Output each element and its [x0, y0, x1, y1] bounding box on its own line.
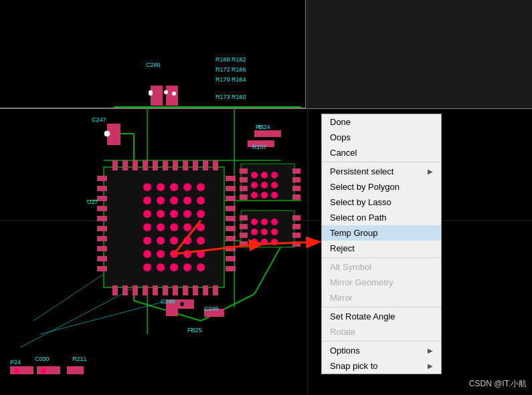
- menu-item-select-path[interactable]: Select on Path: [322, 210, 441, 225]
- svg-rect-117: [292, 194, 300, 200]
- svg-rect-50: [213, 160, 218, 170]
- svg-rect-40: [112, 160, 118, 170]
- svg-rect-49: [203, 160, 208, 170]
- submenu-arrow-icon: ▶: [428, 347, 433, 354]
- svg-point-95: [183, 263, 191, 271]
- menu-item-set-rotate[interactable]: Set Rotate Angle: [322, 309, 441, 324]
- svg-rect-22: [97, 196, 107, 201]
- svg-point-137: [261, 219, 268, 225]
- svg-point-67: [143, 196, 151, 205]
- menu-item-mirror: Mirror: [322, 290, 441, 305]
- svg-point-93: [157, 263, 165, 271]
- svg-rect-162: [10, 366, 33, 374]
- svg-point-72: [143, 210, 151, 218]
- svg-rect-127: [241, 211, 294, 247]
- svg-text:FB25: FB25: [187, 327, 202, 334]
- svg-line-14: [40, 301, 167, 334]
- svg-rect-114: [292, 168, 300, 174]
- svg-rect-43: [143, 160, 148, 170]
- svg-point-82: [143, 237, 151, 245]
- svg-rect-53: [132, 285, 138, 295]
- svg-rect-26: [97, 236, 107, 241]
- menu-item-label: Select by Polygon: [330, 182, 400, 192]
- menu-item-label: Rotate: [330, 327, 355, 337]
- svg-text:C247: C247: [92, 116, 106, 123]
- svg-text:C249: C249: [204, 305, 219, 312]
- svg-text:P24: P24: [10, 359, 21, 366]
- menu-item-label: Done: [330, 117, 351, 127]
- menu-item-oops[interactable]: Oops: [322, 130, 441, 145]
- svg-point-118: [251, 172, 258, 178]
- svg-point-146: [180, 302, 184, 306]
- svg-rect-110: [240, 168, 248, 174]
- submenu-arrow-icon: ▶: [428, 168, 433, 175]
- svg-rect-35: [226, 226, 236, 231]
- svg-point-66: [197, 183, 205, 191]
- svg-point-76: [197, 210, 205, 218]
- svg-point-69: [170, 196, 178, 205]
- svg-point-70: [183, 196, 191, 205]
- svg-rect-23: [97, 206, 107, 211]
- submenu-arrow-icon: ▶: [428, 362, 433, 370]
- svg-rect-59: [193, 285, 198, 295]
- svg-text:R157: R157: [252, 144, 267, 150]
- svg-point-86: [197, 237, 205, 245]
- svg-text:R170 R164: R170 R164: [215, 76, 246, 83]
- menu-item-snap-pick[interactable]: Snap pick to▶: [322, 358, 441, 374]
- menu-item-options[interactable]: Options▶: [322, 343, 441, 358]
- svg-rect-60: [203, 285, 208, 295]
- svg-rect-109: [241, 164, 294, 201]
- svg-rect-47: [183, 160, 188, 170]
- menu-item-temp-group[interactable]: Temp Group: [322, 225, 441, 241]
- svg-point-124: [251, 192, 258, 199]
- svg-rect-36: [226, 236, 236, 241]
- menu-item-label: Oops: [330, 132, 351, 142]
- menu-separator: [322, 162, 441, 162]
- menu-item-done[interactable]: Done: [322, 114, 441, 130]
- menu-item-rotate: Rotate: [322, 324, 441, 340]
- svg-point-78: [157, 223, 165, 231]
- svg-rect-20: [97, 176, 107, 181]
- menu-item-label: Mirror Geometry: [330, 277, 393, 287]
- menu-item-select-lasso[interactable]: Select by Lasso: [322, 194, 441, 210]
- svg-rect-164: [67, 366, 84, 374]
- svg-rect-115: [292, 177, 300, 182]
- svg-point-121: [251, 182, 258, 188]
- svg-point-64: [170, 183, 178, 191]
- svg-rect-42: [132, 160, 138, 170]
- svg-point-102: [104, 131, 110, 136]
- svg-point-100: [172, 92, 176, 96]
- svg-point-65: [183, 183, 191, 191]
- svg-point-80: [183, 223, 191, 231]
- svg-point-141: [271, 229, 278, 235]
- menu-item-select-polygon[interactable]: Select by Polygon: [322, 179, 441, 194]
- svg-rect-113: [240, 194, 248, 200]
- svg-point-92: [143, 263, 151, 271]
- svg-point-83: [157, 237, 165, 245]
- svg-rect-145: [177, 299, 194, 309]
- svg-point-68: [157, 196, 165, 205]
- svg-rect-27: [97, 246, 107, 251]
- menu-item-label: Mirror: [330, 293, 353, 303]
- menu-item-reject[interactable]: Reject: [322, 241, 441, 256]
- svg-rect-28: [97, 256, 107, 261]
- svg-rect-132: [292, 215, 300, 221]
- svg-rect-98: [166, 86, 178, 106]
- svg-rect-52: [122, 285, 128, 295]
- svg-point-123: [271, 182, 278, 188]
- menu-item-persistent-select[interactable]: Persistent select▶: [322, 164, 441, 179]
- svg-point-96: [197, 263, 205, 271]
- svg-rect-61: [213, 285, 218, 295]
- svg-text:R211: R211: [72, 356, 87, 362]
- menu-item-mirror-geometry: Mirror Geometry: [322, 275, 441, 290]
- svg-rect-21: [97, 186, 107, 191]
- menu-item-label: Temp Group: [330, 228, 378, 238]
- svg-point-84: [170, 237, 178, 245]
- svg-line-15: [20, 281, 147, 348]
- svg-text:R172 R166: R172 R166: [215, 66, 246, 73]
- svg-rect-55: [153, 285, 158, 295]
- menu-separator: [322, 341, 441, 342]
- svg-rect-25: [97, 226, 107, 231]
- menu-item-cancel[interactable]: Cancel: [322, 145, 441, 160]
- svg-rect-39: [226, 266, 236, 271]
